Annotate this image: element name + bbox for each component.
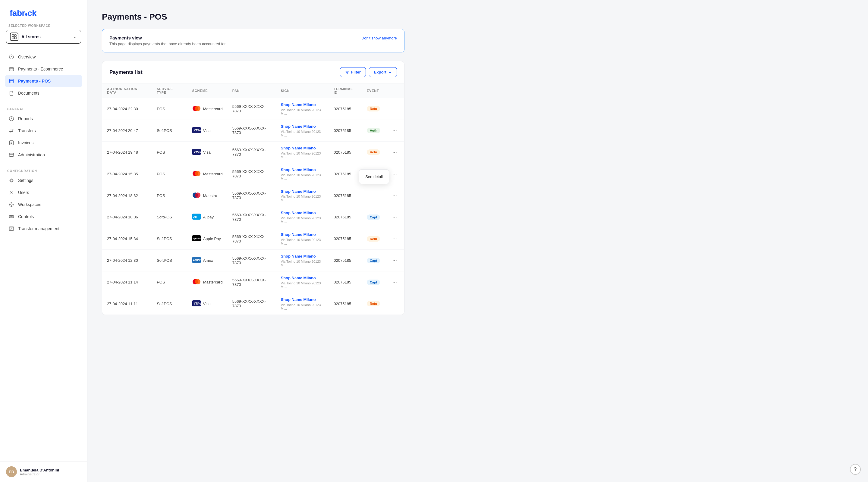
sidebar-item-administration[interactable]: Administration [5, 149, 82, 161]
more-options-button[interactable]: ··· [390, 104, 399, 113]
sidebar-item-documents[interactable]: Documents [5, 87, 82, 99]
user-role: Administrator [20, 472, 81, 476]
scheme-logo [192, 170, 201, 178]
sign-name: Shop Name Milano [281, 124, 324, 129]
sign-name: Shop Name Milano [281, 211, 324, 216]
sign-name: Shop Name Milano [281, 297, 324, 302]
sidebar-item-label: Invoices [18, 140, 33, 145]
sidebar-item-invoices[interactable]: Invoices [5, 137, 82, 149]
sidebar-item-controls[interactable]: Controls [5, 211, 82, 223]
banner-content: Payments view This page displays payment… [110, 35, 227, 46]
sidebar-item-reports[interactable]: Reports [5, 113, 82, 125]
sign-address: Via Torino 10 Milano 20123 Mi... [281, 303, 324, 310]
cell-service-type: SoftPOS [152, 120, 187, 141]
workspace-selector[interactable]: All stores ⌄ [6, 30, 81, 44]
more-options-button[interactable]: ··· [390, 126, 399, 135]
administration-icon [8, 152, 14, 158]
event-badge: Refu [367, 106, 380, 111]
more-options-button[interactable]: ··· [390, 191, 399, 200]
svg-point-23 [195, 193, 200, 198]
more-options-button[interactable]: ··· [390, 170, 399, 178]
help-button[interactable]: ? [850, 464, 861, 475]
more-options-button[interactable]: ··· [390, 278, 399, 287]
config-section-label: CONFIGURATION [5, 166, 82, 174]
more-options-button[interactable]: ··· [390, 299, 399, 308]
sidebar: fabrck SELECTED WORKSPACE All stores ⌄ O… [0, 0, 87, 482]
scheme-logo [192, 105, 201, 113]
sign-name: Shop Name Milano [281, 167, 324, 172]
cell-service-type: POS [152, 98, 187, 120]
sidebar-item-payments-ecommerce[interactable]: Payments - Ecommerce [5, 63, 82, 75]
col-terminal-id: TERMINAL ID [329, 84, 362, 98]
scheme-name: Amex [203, 258, 213, 263]
svg-text:VISA: VISA [193, 150, 201, 154]
cell-auth-data: 27-04-2024 15:35 [102, 163, 152, 185]
sign-name: Shop Name Milano [281, 276, 324, 281]
sidebar-item-overview[interactable]: Overview [5, 51, 82, 63]
cell-pan: 5569-XXXX-XXXX-7870 [227, 293, 276, 315]
cell-pan: 5569-XXXX-XXXX-7870 [227, 98, 276, 120]
more-options-button[interactable]: ··· [390, 234, 399, 243]
cell-scheme: VISA Visa [187, 141, 227, 163]
cell-terminal-id: 02075185 [329, 250, 362, 271]
sidebar-item-label: Controls [18, 214, 34, 219]
more-options-button[interactable]: ··· [390, 213, 399, 221]
sign-address: Via Torino 10 Milano 20123 Mi... [281, 216, 324, 224]
cell-scheme: Maestro [187, 185, 227, 206]
cell-scheme: Mastercard [187, 163, 227, 185]
cell-event: Refu [362, 98, 385, 120]
cell-pan: 5569-XXXX-XXXX-7870 [227, 271, 276, 293]
svg-rect-3 [14, 37, 16, 39]
table-row: 27-04-2024 18:32 POS Maestro 5569-XXXX-X… [102, 185, 404, 206]
settings-icon [8, 178, 14, 184]
sidebar-item-transfer-management[interactable]: Transfer management [5, 223, 82, 235]
sidebar-item-payments-pos[interactable]: Payments - POS [5, 75, 82, 87]
scheme-name: Mastercard [203, 280, 223, 284]
more-options-button[interactable]: ··· [390, 256, 399, 265]
table-row: 27-04-2024 11:14 POS Mastercard 5569-XXX… [102, 271, 404, 293]
cell-sign: Shop Name Milano Via Torino 10 Milano 20… [276, 185, 329, 206]
sidebar-item-label: Administration [18, 153, 45, 157]
sidebar-item-users[interactable]: Users [5, 187, 82, 198]
sidebar-item-transfers[interactable]: Transfers [5, 125, 82, 137]
scheme-name: Visa [203, 301, 211, 306]
documents-icon [8, 90, 14, 96]
table-row: 27-04-2024 15:34 SoftPOS Apple Pay Apple… [102, 228, 404, 250]
cell-more: ··· [385, 293, 404, 315]
general-section-label: GENERAL [5, 104, 82, 113]
workspaces-icon [8, 201, 14, 207]
cell-event: Capt [362, 206, 385, 228]
cell-terminal-id: 02075185 [329, 98, 362, 120]
export-button[interactable]: Export [369, 67, 397, 77]
svg-text:VISA: VISA [193, 301, 201, 305]
cell-event: Capt [362, 271, 385, 293]
svg-point-12 [10, 203, 13, 207]
filter-button[interactable]: Filter [340, 67, 366, 77]
sidebar-item-workspaces[interactable]: Workspaces [5, 198, 82, 211]
cell-sign: Shop Name Milano Via Torino 10 Milano 20… [276, 98, 329, 120]
scheme-logo: VISA [192, 300, 201, 307]
nav-section-main: Overview Payments - Ecommerce Payments -… [0, 49, 87, 101]
svg-point-21 [195, 171, 200, 176]
sign-address: Via Torino 10 Milano 20123 Mi... [281, 260, 324, 267]
cell-service-type: SoftPOS [152, 250, 187, 271]
export-label: Export [374, 70, 386, 74]
scheme-name: Mastercard [203, 172, 223, 176]
more-options-button[interactable]: ··· [390, 148, 399, 157]
svg-text:Ali: Ali [193, 215, 197, 218]
cell-auth-data: 27-04-2024 18:32 [102, 185, 152, 206]
table-row: 27-04-2024 18:06 SoftPOS Ali Alipay 5569… [102, 206, 404, 228]
sign-address: Via Torino 10 Milano 20123 Mi... [281, 130, 324, 137]
workspace-section: SELECTED WORKSPACE All stores ⌄ [0, 24, 87, 49]
scheme-name: Visa [203, 150, 211, 155]
cell-more: ··· [385, 271, 404, 293]
cell-terminal-id: 02075185 [329, 206, 362, 228]
event-badge: Refu [367, 150, 380, 155]
context-menu-see-detail[interactable]: See detail [359, 171, 389, 182]
banner-dismiss-link[interactable]: Don't show anymore [361, 35, 397, 40]
col-sign: SIGN [276, 84, 329, 98]
sign-name: Shop Name Milano [281, 254, 324, 259]
sidebar-item-label: Transfer management [18, 226, 59, 231]
col-pan: PAN [227, 84, 276, 98]
sidebar-item-settings[interactable]: Settings [5, 174, 82, 187]
